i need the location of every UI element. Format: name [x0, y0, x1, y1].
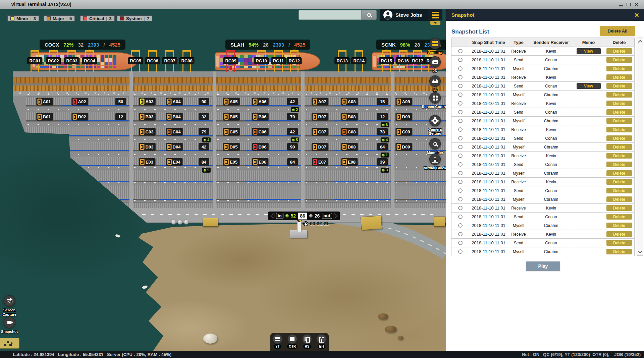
rail-button-camera-setting[interactable]	[429, 115, 441, 126]
yard-block-label[interactable]: A03	[139, 98, 156, 105]
play-button[interactable]: Play	[526, 261, 560, 271]
user-menu[interactable]: Steve Jobs	[380, 9, 435, 21]
map-button-screen-capture[interactable]	[4, 295, 15, 307]
yard-block-label[interactable]: B07	[312, 113, 328, 120]
view-memo-button[interactable]: View	[577, 83, 601, 89]
quay-crane-label[interactable]: RC14	[352, 58, 366, 64]
row-radio[interactable]	[458, 93, 463, 97]
view-memo-button[interactable]: View	[577, 48, 601, 54]
yard-block-label[interactable]: E05	[223, 158, 239, 166]
quay-crane-label[interactable]: RC11	[271, 58, 286, 64]
quay-crane-label[interactable]: RC04	[82, 58, 97, 64]
yard-block-label[interactable]: E06	[252, 158, 268, 166]
delete-row-button[interactable]: Delete	[606, 214, 632, 220]
delete-row-button[interactable]: Delete	[606, 48, 632, 54]
quay-crane-label[interactable]: RC08	[179, 58, 194, 64]
delete-row-button[interactable]: Delete	[606, 223, 632, 228]
yard-block-label[interactable]: C05	[223, 128, 240, 135]
row-radio[interactable]	[458, 58, 463, 62]
alarm-chip-critical[interactable]: Critical|3	[80, 15, 115, 21]
alarm-chip-system[interactable]: System|7	[117, 15, 152, 21]
close-panel-icon[interactable]	[634, 13, 639, 17]
delete-row-button[interactable]: Delete	[606, 83, 632, 89]
equipment-toggle-yt[interactable]: YT	[273, 334, 282, 349]
yard-block-label[interactable]: B02	[72, 113, 88, 120]
yard-block-label[interactable]: D08	[341, 143, 358, 151]
row-radio[interactable]	[458, 188, 463, 193]
rail-button-magnifier[interactable]	[429, 138, 441, 150]
alarm-chip-minor[interactable]: Minor|3	[7, 15, 39, 21]
delete-row-button[interactable]: Delete	[606, 196, 632, 202]
quay-crane-label[interactable]: RC17	[410, 58, 425, 64]
yard-block-label[interactable]: C09	[396, 128, 412, 135]
yard-block-label[interactable]: A04	[166, 98, 183, 105]
quay-crane-label[interactable]: RC15	[379, 58, 393, 64]
rail-button-2d[interactable]	[429, 56, 441, 68]
alarm-chip-major[interactable]: Major|5	[44, 15, 75, 21]
delete-all-button[interactable]: Delete All	[600, 26, 635, 36]
quay-crane-label[interactable]: RC12	[287, 58, 301, 64]
delete-row-button[interactable]: Delete	[606, 153, 632, 159]
rail-button-virtual-block[interactable]	[429, 154, 441, 165]
row-radio[interactable]	[458, 215, 463, 219]
row-radio[interactable]	[458, 136, 463, 140]
row-radio[interactable]	[458, 162, 463, 167]
row-radio[interactable]	[458, 145, 463, 149]
yard-block-label[interactable]: A01	[37, 98, 53, 105]
yard-block-label[interactable]: A06	[252, 98, 269, 105]
delete-row-button[interactable]: Delete	[606, 135, 632, 141]
delete-row-button[interactable]: Delete	[606, 66, 632, 71]
row-radio[interactable]	[458, 249, 463, 254]
row-radio[interactable]	[458, 66, 463, 71]
yard-block-label[interactable]: B04	[166, 113, 183, 120]
delete-row-button[interactable]: Delete	[606, 118, 632, 124]
minimize-icon[interactable]	[619, 5, 623, 6]
row-radio[interactable]	[458, 119, 463, 123]
map-button-snapshot[interactable]	[4, 317, 15, 328]
quay-crane-label[interactable]: RC10	[254, 58, 268, 64]
yard-block-label[interactable]: A09	[396, 98, 412, 105]
quay-crane-label[interactable]: RC01	[28, 58, 42, 64]
yard-block-label[interactable]: B08	[341, 113, 358, 120]
rail-button-3d[interactable]	[429, 75, 441, 87]
row-radio[interactable]	[458, 206, 463, 210]
row-radio[interactable]	[458, 154, 463, 158]
row-radio[interactable]	[458, 75, 463, 79]
rail-button-summay[interactable]	[429, 38, 441, 49]
yard-block-label[interactable]: B09	[396, 113, 412, 120]
equipment-toggle-eh[interactable]: EH	[317, 334, 326, 349]
yard-block-label[interactable]: D04	[166, 143, 183, 151]
quay-crane-label[interactable]: RC06	[145, 58, 160, 64]
scroll-up-icon[interactable]	[638, 40, 642, 44]
yard-block-label[interactable]: B03	[139, 113, 156, 120]
yard-block-label[interactable]: C06	[252, 128, 269, 135]
equipment-toggle-otr[interactable]: OTR	[287, 334, 298, 349]
yard-block-label[interactable]: A05	[223, 98, 240, 105]
table-scrollbar[interactable]	[637, 38, 643, 256]
delete-row-button[interactable]: Delete	[606, 231, 632, 237]
delete-row-button[interactable]: Delete	[606, 162, 632, 167]
row-radio[interactable]	[458, 171, 463, 175]
yard-block-label[interactable]: D06	[252, 143, 269, 151]
hamburger-menu-button[interactable]	[428, 9, 442, 20]
quay-crane-label[interactable]: RC09	[223, 58, 238, 64]
yard-block-label[interactable]: C07	[312, 128, 328, 135]
yard-block-label[interactable]: E04	[166, 158, 182, 166]
close-window-icon[interactable]	[634, 2, 639, 7]
delete-row-button[interactable]: Delete	[606, 205, 632, 211]
row-radio[interactable]	[458, 49, 463, 53]
row-radio[interactable]	[458, 101, 463, 106]
yard-block-label[interactable]: D03	[139, 143, 156, 151]
delete-row-button[interactable]: Delete	[606, 240, 632, 246]
delete-row-button[interactable]: Delete	[606, 127, 632, 132]
gate-left-arrow-icon[interactable]	[271, 214, 274, 218]
quay-crane-label[interactable]: RC07	[162, 58, 177, 64]
yard-block-label[interactable]: C03	[139, 128, 156, 135]
delete-row-button[interactable]: Delete	[606, 92, 632, 98]
maximize-icon[interactable]	[627, 3, 631, 6]
yard-block-label[interactable]: B06	[252, 113, 269, 120]
row-radio[interactable]	[458, 180, 463, 184]
yard-block-label[interactable]: B01	[37, 113, 53, 120]
row-radio[interactable]	[458, 223, 463, 228]
delete-row-button[interactable]: Delete	[606, 57, 632, 63]
